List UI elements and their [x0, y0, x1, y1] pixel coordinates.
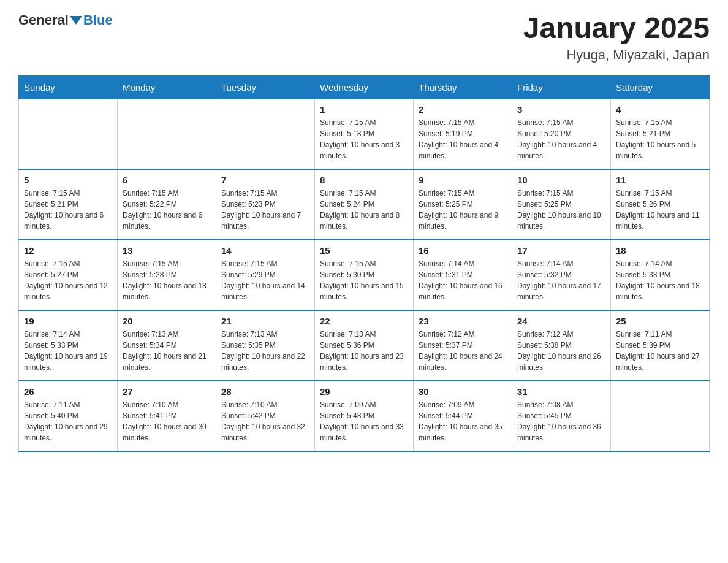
day-number: 17: [517, 245, 605, 256]
day-number: 8: [320, 175, 408, 185]
calendar-week-3: 12Sunrise: 7:15 AM Sunset: 5:27 PM Dayli…: [19, 240, 710, 310]
weekday-header-sunday: Sunday: [19, 75, 118, 99]
day-info: Sunrise: 7:15 AM Sunset: 5:21 PM Dayligh…: [616, 117, 704, 161]
calendar-cell: 25Sunrise: 7:11 AM Sunset: 5:39 PM Dayli…: [611, 310, 710, 381]
day-number: 18: [616, 245, 704, 256]
day-number: 21: [221, 316, 309, 326]
day-number: 14: [221, 245, 309, 256]
day-info: Sunrise: 7:15 AM Sunset: 5:25 PM Dayligh…: [517, 188, 605, 232]
logo: General Blue: [18, 12, 113, 28]
calendar-cell: 8Sunrise: 7:15 AM Sunset: 5:24 PM Daylig…: [315, 169, 414, 240]
day-info: Sunrise: 7:15 AM Sunset: 5:21 PM Dayligh…: [24, 188, 112, 232]
day-info: Sunrise: 7:15 AM Sunset: 5:28 PM Dayligh…: [123, 258, 211, 302]
calendar-cell: 9Sunrise: 7:15 AM Sunset: 5:25 PM Daylig…: [414, 169, 512, 240]
calendar-cell: 16Sunrise: 7:14 AM Sunset: 5:31 PM Dayli…: [414, 240, 512, 310]
day-info: Sunrise: 7:10 AM Sunset: 5:42 PM Dayligh…: [221, 399, 309, 443]
calendar-cell: 14Sunrise: 7:15 AM Sunset: 5:29 PM Dayli…: [216, 240, 315, 310]
calendar-cell: 18Sunrise: 7:14 AM Sunset: 5:33 PM Dayli…: [611, 240, 710, 310]
day-info: Sunrise: 7:14 AM Sunset: 5:32 PM Dayligh…: [517, 258, 605, 302]
day-info: Sunrise: 7:09 AM Sunset: 5:44 PM Dayligh…: [419, 399, 507, 443]
day-number: 12: [24, 245, 112, 256]
day-number: 30: [419, 386, 507, 397]
calendar-week-2: 5Sunrise: 7:15 AM Sunset: 5:21 PM Daylig…: [19, 169, 710, 240]
calendar-cell: 6Sunrise: 7:15 AM Sunset: 5:22 PM Daylig…: [118, 169, 216, 240]
month-title: January 2025: [523, 12, 710, 45]
day-info: Sunrise: 7:15 AM Sunset: 5:24 PM Dayligh…: [320, 188, 408, 232]
calendar-cell: 17Sunrise: 7:14 AM Sunset: 5:32 PM Dayli…: [512, 240, 611, 310]
day-number: 2: [419, 104, 507, 115]
calendar-cell: [19, 99, 118, 169]
calendar-cell: 27Sunrise: 7:10 AM Sunset: 5:41 PM Dayli…: [118, 381, 216, 451]
day-number: 26: [24, 386, 112, 397]
calendar-cell: 24Sunrise: 7:12 AM Sunset: 5:38 PM Dayli…: [512, 310, 611, 381]
day-info: Sunrise: 7:15 AM Sunset: 5:23 PM Dayligh…: [221, 188, 309, 232]
calendar-week-5: 26Sunrise: 7:11 AM Sunset: 5:40 PM Dayli…: [19, 381, 710, 451]
day-number: 31: [517, 386, 605, 397]
calendar-cell: [118, 99, 216, 169]
calendar-cell: 31Sunrise: 7:08 AM Sunset: 5:45 PM Dayli…: [512, 381, 611, 451]
calendar-cell: 23Sunrise: 7:12 AM Sunset: 5:37 PM Dayli…: [414, 310, 512, 381]
calendar-cell: 29Sunrise: 7:09 AM Sunset: 5:43 PM Dayli…: [315, 381, 414, 451]
calendar-cell: 20Sunrise: 7:13 AM Sunset: 5:34 PM Dayli…: [118, 310, 216, 381]
day-number: 27: [123, 386, 211, 397]
day-info: Sunrise: 7:13 AM Sunset: 5:34 PM Dayligh…: [123, 329, 211, 373]
day-number: 28: [221, 386, 309, 397]
day-info: Sunrise: 7:15 AM Sunset: 5:20 PM Dayligh…: [517, 117, 605, 161]
page-header: General Blue January 2025 Hyuga, Miyazak…: [18, 12, 710, 63]
day-info: Sunrise: 7:10 AM Sunset: 5:41 PM Dayligh…: [123, 399, 211, 443]
calendar-cell: [611, 381, 710, 451]
calendar-table: SundayMondayTuesdayWednesdayThursdayFrid…: [18, 75, 710, 452]
day-info: Sunrise: 7:15 AM Sunset: 5:27 PM Dayligh…: [24, 258, 112, 302]
title-area: January 2025 Hyuga, Miyazaki, Japan: [523, 12, 710, 63]
logo-general-text: General: [18, 12, 69, 28]
calendar-cell: 2Sunrise: 7:15 AM Sunset: 5:19 PM Daylig…: [414, 99, 512, 169]
day-number: 15: [320, 245, 408, 256]
calendar-cell: 7Sunrise: 7:15 AM Sunset: 5:23 PM Daylig…: [216, 169, 315, 240]
day-number: 29: [320, 386, 408, 397]
day-info: Sunrise: 7:12 AM Sunset: 5:37 PM Dayligh…: [419, 329, 507, 373]
day-info: Sunrise: 7:15 AM Sunset: 5:18 PM Dayligh…: [320, 117, 408, 161]
day-info: Sunrise: 7:15 AM Sunset: 5:29 PM Dayligh…: [221, 258, 309, 302]
calendar-cell: 21Sunrise: 7:13 AM Sunset: 5:35 PM Dayli…: [216, 310, 315, 381]
day-number: 1: [320, 104, 408, 115]
logo-blue-text: Blue: [83, 12, 113, 28]
day-info: Sunrise: 7:14 AM Sunset: 5:33 PM Dayligh…: [24, 329, 112, 373]
day-number: 19: [24, 316, 112, 326]
day-number: 25: [616, 316, 704, 326]
day-number: 7: [221, 175, 309, 185]
day-number: 11: [616, 175, 704, 185]
day-info: Sunrise: 7:14 AM Sunset: 5:33 PM Dayligh…: [616, 258, 704, 302]
weekday-header-thursday: Thursday: [414, 75, 512, 99]
calendar-cell: 28Sunrise: 7:10 AM Sunset: 5:42 PM Dayli…: [216, 381, 315, 451]
calendar-cell: 11Sunrise: 7:15 AM Sunset: 5:26 PM Dayli…: [611, 169, 710, 240]
calendar-cell: 30Sunrise: 7:09 AM Sunset: 5:44 PM Dayli…: [414, 381, 512, 451]
day-info: Sunrise: 7:11 AM Sunset: 5:39 PM Dayligh…: [616, 329, 704, 373]
calendar-cell: 12Sunrise: 7:15 AM Sunset: 5:27 PM Dayli…: [19, 240, 118, 310]
day-info: Sunrise: 7:15 AM Sunset: 5:22 PM Dayligh…: [123, 188, 211, 232]
weekday-header-tuesday: Tuesday: [216, 75, 315, 99]
day-number: 13: [123, 245, 211, 256]
calendar-cell: 15Sunrise: 7:15 AM Sunset: 5:30 PM Dayli…: [315, 240, 414, 310]
calendar-cell: 22Sunrise: 7:13 AM Sunset: 5:36 PM Dayli…: [315, 310, 414, 381]
calendar-week-4: 19Sunrise: 7:14 AM Sunset: 5:33 PM Dayli…: [19, 310, 710, 381]
day-number: 16: [419, 245, 507, 256]
calendar-cell: 19Sunrise: 7:14 AM Sunset: 5:33 PM Dayli…: [19, 310, 118, 381]
day-info: Sunrise: 7:12 AM Sunset: 5:38 PM Dayligh…: [517, 329, 605, 373]
day-number: 4: [616, 104, 704, 115]
logo-arrow-icon: [70, 16, 82, 25]
calendar-week-1: 1Sunrise: 7:15 AM Sunset: 5:18 PM Daylig…: [19, 99, 710, 169]
calendar-cell: 5Sunrise: 7:15 AM Sunset: 5:21 PM Daylig…: [19, 169, 118, 240]
day-info: Sunrise: 7:11 AM Sunset: 5:40 PM Dayligh…: [24, 399, 112, 443]
day-info: Sunrise: 7:13 AM Sunset: 5:35 PM Dayligh…: [221, 329, 309, 373]
location-text: Hyuga, Miyazaki, Japan: [523, 47, 710, 63]
weekday-header-row: SundayMondayTuesdayWednesdayThursdayFrid…: [19, 75, 710, 99]
day-number: 9: [419, 175, 507, 185]
day-number: 3: [517, 104, 605, 115]
day-number: 10: [517, 175, 605, 185]
calendar-cell: 10Sunrise: 7:15 AM Sunset: 5:25 PM Dayli…: [512, 169, 611, 240]
day-number: 6: [123, 175, 211, 185]
weekday-header-saturday: Saturday: [611, 75, 710, 99]
calendar-cell: [216, 99, 315, 169]
day-info: Sunrise: 7:15 AM Sunset: 5:30 PM Dayligh…: [320, 258, 408, 302]
weekday-header-wednesday: Wednesday: [315, 75, 414, 99]
